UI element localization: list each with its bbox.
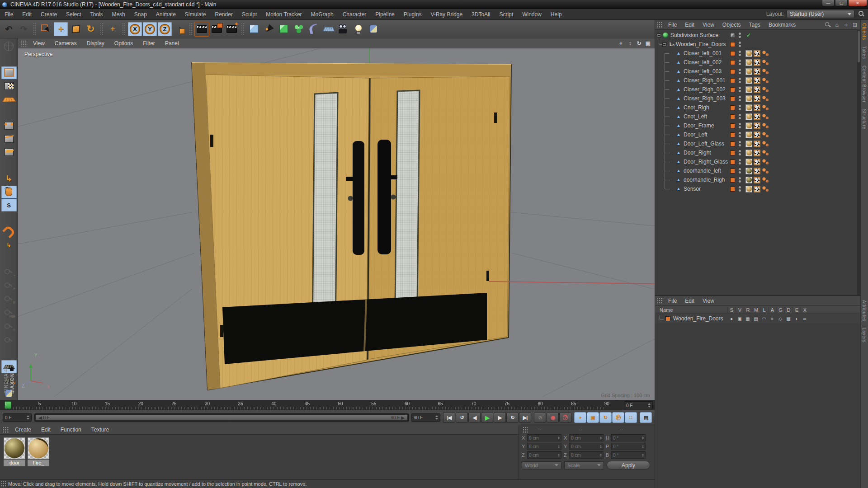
layer-color-chip[interactable] [730, 123, 735, 128]
object-name[interactable]: Closer_left_003 [684, 67, 722, 76]
timeline-ruler[interactable]: 051015202530354045505560657075808590 0 F [0, 400, 655, 410]
record-point-level-icon[interactable] [1, 333, 17, 347]
visibility-dots[interactable] [739, 150, 741, 155]
view-state-icon[interactable]: ▣ [736, 316, 744, 321]
layer-color-chip[interactable] [665, 316, 670, 321]
object-name[interactable]: Closer_Righ_002 [684, 85, 726, 94]
phong-tag-icon[interactable] [762, 150, 769, 156]
rotate-view-icon[interactable]: ↻ [635, 39, 643, 47]
drag-handle[interactable] [657, 298, 663, 304]
spinner-arrows-icon[interactable] [642, 436, 644, 441]
menu-item[interactable]: Snap [130, 9, 151, 20]
floor-icon[interactable] [321, 22, 335, 36]
menu-item[interactable]: 3DToAll [467, 9, 495, 20]
render-settings-icon[interactable] [225, 22, 239, 36]
filter-icon[interactable]: ○ [842, 21, 849, 28]
subdivision-surface-icon[interactable] [277, 22, 291, 36]
make-editable-icon[interactable] [1, 40, 17, 52]
tree-expander-icon[interactable] [657, 33, 661, 38]
object-name[interactable]: Sensor [684, 184, 701, 193]
object-manager-menu-item[interactable]: Tags [745, 22, 764, 28]
range-end-field[interactable]: 90 F [411, 413, 440, 422]
phong-tag-icon[interactable] [762, 141, 769, 147]
coord-input[interactable]: 0 ° [611, 443, 646, 450]
coord-input[interactable]: 0 cm [569, 443, 604, 450]
spinner-arrows-icon[interactable] [648, 402, 651, 409]
material-menu-item[interactable]: Edit [36, 427, 56, 433]
coordinate-space-select[interactable]: World [522, 461, 561, 469]
object-tree-row[interactable]: Closer_left_002 ✓ [655, 58, 860, 67]
menu-item[interactable]: Edit [18, 9, 36, 20]
spinner-arrows-icon[interactable] [435, 414, 438, 421]
object-tree-row[interactable]: Closer_Righ_003 ✓ [655, 94, 860, 103]
goto-end-button[interactable]: ▶| [519, 412, 531, 423]
layer-color-chip[interactable] [730, 87, 735, 92]
visibility-dots[interactable] [739, 78, 741, 83]
new-panel-icon[interactable]: ⊞ [851, 21, 859, 28]
layer-color-chip[interactable] [730, 69, 735, 74]
deformer-bend-icon[interactable] [307, 22, 321, 36]
material-item[interactable]: door [4, 437, 25, 466]
record-keyframe-button[interactable]: ⊘ [534, 412, 546, 423]
render-view-icon[interactable] [195, 22, 209, 36]
phong-tag-icon[interactable] [762, 113, 769, 120]
material-tag-icon[interactable] [745, 50, 752, 57]
object-tree-row[interactable]: Door_Frame ✓ [655, 121, 860, 130]
uvw-tag-icon[interactable] [754, 141, 760, 147]
uvw-tag-icon[interactable] [754, 177, 760, 183]
visibility-dots[interactable] [739, 51, 741, 56]
side-tab[interactable]: Content Browser [861, 62, 868, 106]
menu-item[interactable]: Animate [151, 9, 180, 20]
play-cycle-button[interactable]: ↻ [506, 412, 519, 423]
uvw-tag-icon[interactable] [754, 77, 760, 84]
drag-handle[interactable] [21, 40, 27, 47]
visibility-dots[interactable] [739, 105, 741, 110]
record-active-objects-icon[interactable]: + [1, 265, 17, 278]
play-backwards-button[interactable]: ↺ [456, 412, 468, 423]
key-scale-button[interactable]: ▣ [587, 412, 599, 423]
object-manager-menu-item[interactable]: View [698, 22, 718, 28]
layer-color-chip[interactable] [730, 132, 735, 137]
object-name[interactable]: Door_Right_Glass [684, 157, 728, 166]
play-forwards-button[interactable]: ▶ [481, 412, 493, 423]
menu-item[interactable]: Mesh [107, 9, 129, 20]
visibility-dots[interactable] [739, 69, 741, 74]
layer-color-chip[interactable] [730, 187, 735, 192]
menu-item[interactable]: Help [546, 9, 566, 20]
object-tree-row[interactable]: Sensor ✓ [655, 184, 860, 193]
object-name[interactable]: Cnot_Left [684, 112, 707, 121]
visibility-dots[interactable] [739, 186, 741, 192]
edges-mode-icon[interactable] [1, 132, 17, 145]
phong-tag-icon[interactable] [762, 59, 769, 66]
visibility-dots[interactable] [739, 168, 741, 174]
object-tree-row[interactable]: Door_Left_Glass ✓ [655, 139, 860, 148]
uvw-tag-icon[interactable] [754, 95, 760, 102]
record-psr-icon[interactable]: PSR [1, 306, 17, 319]
visibility-dots[interactable] [739, 132, 741, 137]
layer-color-chip[interactable] [730, 96, 735, 101]
material-tag-icon[interactable] [745, 177, 752, 183]
viewport-menu-item[interactable]: Cameras [50, 40, 82, 47]
menu-item[interactable]: Create [36, 9, 61, 20]
spinner-arrows-icon[interactable] [642, 444, 644, 449]
material-tag-icon[interactable] [745, 104, 752, 111]
object-name[interactable]: Door_Left_Glass [684, 139, 724, 148]
tree-expander-icon[interactable] [662, 42, 666, 47]
visibility-dots[interactable] [739, 159, 741, 164]
drag-handle[interactable] [523, 427, 528, 433]
object-name[interactable]: Closer_left_002 [684, 58, 722, 67]
material-tag-icon[interactable] [745, 113, 752, 120]
model-mode-icon[interactable] [1, 66, 17, 79]
object-tree-row[interactable]: Closer_left_001 ✓ [655, 49, 860, 58]
object-name[interactable]: Door_Frame [684, 121, 714, 130]
phong-tag-icon[interactable] [762, 68, 769, 75]
visibility-dots[interactable] [739, 96, 741, 101]
menu-item[interactable]: Window [518, 9, 546, 20]
object-name[interactable]: Door_Right [684, 148, 711, 157]
menu-item[interactable]: Pipeline [371, 9, 399, 20]
phong-tag-icon[interactable] [762, 168, 769, 174]
drag-handle[interactable] [1, 481, 7, 487]
maximize-button[interactable]: ▢ [835, 0, 848, 6]
spinner-arrows-icon[interactable] [558, 436, 560, 441]
material-tag-icon[interactable] [745, 86, 752, 93]
